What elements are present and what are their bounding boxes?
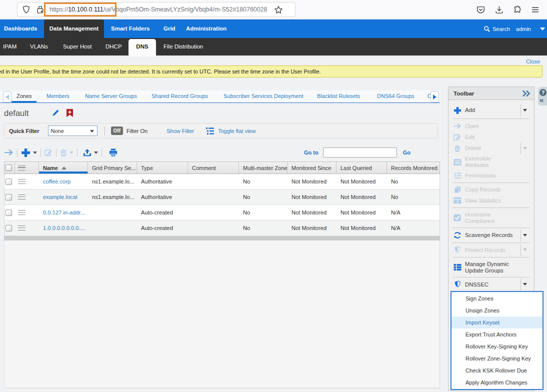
bookmark-star-icon[interactable]	[274, 6, 283, 14]
flat-view-icon[interactable]	[206, 128, 214, 134]
toolbar-item-permissions[interactable]: Permissions	[448, 170, 534, 181]
url-text[interactable]: https://10.100.0.111/ui/VbqoPm5Om-SmeavL…	[50, 6, 267, 13]
cell-name[interactable]: 1.0.0.0.0.0.0.0....	[39, 220, 88, 236]
tab-zones[interactable]: Zones	[16, 90, 32, 102]
row-checkbox[interactable]	[6, 210, 12, 216]
add-menu-caret-icon[interactable]	[523, 109, 527, 112]
toolbar-item-edit[interactable]: Edit	[448, 132, 534, 142]
column-header-multi-master[interactable]: Multi-master Zone	[239, 162, 288, 174]
tab-scroll-left-button[interactable]	[3, 91, 12, 102]
user-menu-label[interactable]: admin	[516, 26, 531, 32]
subnav-file-distribution[interactable]: File Distribution	[164, 38, 203, 56]
row-checkbox[interactable]	[6, 194, 12, 200]
menu-item-rollover-key-signing-key[interactable]: Rollover Key-Signing Key	[452, 340, 542, 352]
select-all-checkbox[interactable]	[6, 164, 12, 171]
add-caret-icon[interactable]	[33, 152, 37, 154]
row-handle-icon[interactable]	[18, 179, 26, 184]
show-filter-link[interactable]: Show Filter	[166, 128, 194, 134]
search-label[interactable]: Search	[492, 26, 510, 32]
goto-button[interactable]: Go	[403, 150, 410, 156]
nav-grid[interactable]: Grid	[164, 20, 176, 38]
row-handle-icon[interactable]	[18, 226, 26, 230]
toggle-flat-view-link[interactable]: Toggle flat view	[218, 128, 256, 134]
select-all-column-header[interactable]	[4, 162, 15, 174]
close-link[interactable]: Close	[526, 58, 540, 64]
tab-name-server-groups[interactable]: Name Server Groups	[85, 90, 137, 102]
column-header-grid-primary[interactable]: Grid Primary Se...	[88, 162, 137, 174]
menu-item-unsign-zones[interactable]: Unsign Zones	[452, 304, 542, 316]
menu-icon[interactable]	[531, 6, 540, 14]
nav-data-management[interactable]: Data Management	[44, 20, 104, 38]
tab-shared-record-groups[interactable]: Shared Record Groups	[152, 90, 208, 102]
row-checkbox[interactable]	[6, 178, 12, 185]
toolbar-item-hostname-compliance[interactable]: HostnameCompliance	[448, 210, 534, 226]
add-bookmark-icon[interactable]	[66, 109, 73, 117]
toolbar-item-add[interactable]: Add	[448, 104, 534, 117]
toolbar-item-dnssec[interactable]: DNSSEC	[448, 279, 534, 290]
menu-item-export-trust-anchors[interactable]: Export Trust Anchors	[452, 328, 542, 340]
horizontal-scrollbar[interactable]	[4, 236, 440, 240]
subnav-vlans[interactable]: VLANs	[30, 38, 48, 56]
toolbar-item-view-statistics[interactable]: View Statistics	[448, 195, 534, 206]
search-icon[interactable]	[484, 26, 490, 32]
subnav-dns[interactable]: DNS	[128, 39, 156, 56]
column-header-last-queried[interactable]: Last Queried	[336, 162, 387, 174]
pocket-icon[interactable]	[476, 6, 485, 14]
dnssec-menu-caret-icon[interactable]	[523, 283, 527, 286]
scavenge-menu-caret-icon[interactable]	[523, 234, 527, 236]
nav-dashboards[interactable]: Dashboards	[4, 20, 37, 38]
menu-item-sign-zones[interactable]: Sign Zones	[452, 292, 542, 304]
table-row[interactable]: 0.0.127.in-addr... Auto-created No Not M…	[4, 205, 440, 220]
open-arrow-icon[interactable]	[4, 148, 14, 156]
nav-administration[interactable]: Administration	[186, 20, 226, 38]
goto-input[interactable]	[323, 148, 397, 158]
table-row[interactable]: coffee.corp ns1.example.lo... Authoritat…	[4, 174, 440, 190]
subnav-ipam[interactable]: IPAM	[3, 38, 16, 56]
help-icon[interactable]: ?	[540, 89, 546, 96]
cell-name[interactable]: example.local	[39, 190, 88, 204]
menu-item-rollover-zone-signing-key[interactable]: Rollover Zone-Signing Key	[452, 352, 542, 364]
tab-subscriber-services-deployment[interactable]: Subscriber Services Deployment	[224, 90, 304, 102]
filter-off-badge[interactable]: Off	[111, 126, 123, 135]
protect-menu-caret-icon[interactable]	[523, 248, 527, 251]
delete-menu-caret-icon[interactable]	[523, 147, 527, 150]
export-icon[interactable]	[83, 148, 92, 156]
toolbar-item-copy-records[interactable]: Copy Records	[448, 184, 534, 195]
row-checkbox[interactable]	[6, 225, 12, 232]
tab-members[interactable]: Members	[46, 90, 70, 102]
row-handle-icon[interactable]	[18, 194, 26, 200]
subnav-super-host[interactable]: Super Host	[63, 38, 92, 56]
edit-title-icon[interactable]	[52, 109, 60, 117]
quick-filter-select[interactable]: None	[48, 126, 98, 136]
delete-caret-icon[interactable]	[70, 152, 74, 154]
toolbar-collapse-icon[interactable]	[522, 90, 531, 97]
lock-warning-icon[interactable]	[36, 5, 44, 14]
table-row[interactable]: 1.0.0.0.0.0.0.0.... Auto-created No Not …	[4, 220, 440, 236]
nav-smart-folders[interactable]: Smart Folders	[111, 20, 150, 38]
column-header-comment[interactable]: Comment	[188, 162, 239, 174]
tab-dns64-groups[interactable]: DNS64 Groups	[377, 90, 414, 102]
menu-item-check-ksk-rollover-due[interactable]: Check KSK Rollover Due	[452, 364, 542, 376]
delete-record-icon[interactable]	[60, 148, 67, 156]
toolbar-item-protect-records[interactable]: Protect Records	[448, 244, 534, 256]
download-icon[interactable]	[495, 6, 504, 14]
column-header-records-monitored[interactable]: Records Monitored	[387, 162, 440, 174]
toolbar-item-extensible-attributes[interactable]: ExtensibleAttributes	[448, 154, 534, 170]
toolbar-item-scavenge-records[interactable]: Scavenge Records	[448, 230, 534, 241]
tab-blacklist-rulesets[interactable]: Blacklist Rulesets	[317, 90, 360, 102]
subnav-dhcp[interactable]: DHCP	[106, 38, 122, 56]
toolbar-item-open[interactable]: Open	[448, 120, 534, 132]
extensions-icon[interactable]	[514, 6, 522, 14]
export-caret-icon[interactable]	[94, 152, 98, 154]
toolbar-item-manage-dynamic-update-groups[interactable]: Manage DynamicUpdate Groups	[448, 259, 534, 276]
row-handle-icon[interactable]	[18, 210, 26, 215]
menu-item-import-keyset[interactable]: Import Keyset	[452, 316, 542, 328]
print-icon[interactable]	[109, 148, 118, 156]
collapse-panel-icon[interactable]: «	[540, 96, 544, 104]
column-header-name[interactable]: Name	[39, 162, 88, 174]
url-bar[interactable]: https://10.100.0.111/ui/VbqoPm5Om-SmeavL…	[17, 2, 296, 17]
menu-item-apply-algorithm-changes[interactable]: Apply Algorithm Changes	[452, 376, 542, 388]
edit-record-icon[interactable]	[44, 148, 52, 156]
tab-scroll-right-button[interactable]	[430, 91, 439, 102]
shield-icon[interactable]	[22, 5, 30, 14]
